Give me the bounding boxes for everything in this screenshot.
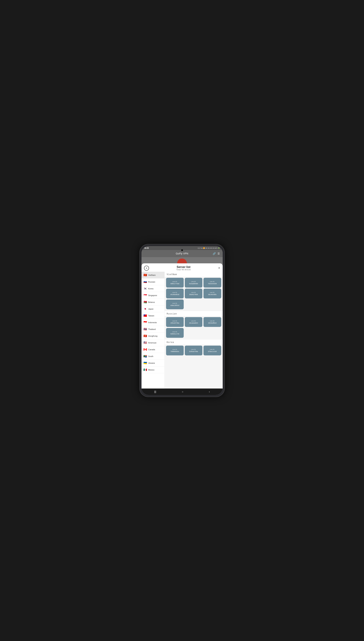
flag-indonesia: 🇮🇩 <box>143 321 147 324</box>
header-icons: 🔗 ☰ <box>213 252 220 255</box>
sidebar-item-japan[interactable]: 🇯🇵Japan <box>142 306 164 312</box>
modal-container: ⊕ Server list Total 96 Article × 🇻🇳VietN… <box>142 263 223 388</box>
sidebar-label-ukraine: Ukraine <box>148 362 155 364</box>
server-card-d7bec1cc5d[interactable]: Line ID:d7bec1cc5d <box>204 346 221 356</box>
modal-nav-icon[interactable]: ⊕ <box>144 266 149 271</box>
flag-thailand: 🇹🇭 <box>143 328 147 331</box>
server-card-2b03edf6c8[interactable]: Line ID:2b03edf6c8 <box>204 317 221 327</box>
server-card-5e3add94b5[interactable]: Line ID:5e3add94b5 <box>185 278 202 288</box>
sidebar-item-russian[interactable]: 🇷🇺Russian <box>142 278 164 285</box>
phone-frame: 18:25 8.17 k/s 📶 HD 4G HD 4G 82% 🔋 GoFly… <box>139 244 225 397</box>
server-card-5285a5758e[interactable]: Line ID:5285a5758e <box>185 346 202 356</box>
sidebar-item-belarus[interactable]: 🇧🇾Belarus <box>142 299 164 306</box>
sidebar-label-russian: Russian <box>148 281 156 283</box>
server-grid-russian-section: Line ID:205ce5736aLine ID:46ca6add23Line… <box>165 316 223 340</box>
server-id: 205ce5736a <box>170 322 179 324</box>
server-id: 7003c94309 <box>208 282 217 285</box>
server-grid-korea-section: Line ID:7988b0b50cLine ID:5285a5758eLine… <box>165 344 223 357</box>
sidebar-item-singapore[interactable]: 🇸🇬Singapore <box>142 292 164 299</box>
sidebar-item-indonesia[interactable]: 🇮🇩Indonesia <box>142 319 164 326</box>
server-label: Line ID: <box>172 348 177 350</box>
server-label: Line ID: <box>191 292 196 294</box>
battery-icon: 82% 🔋 <box>215 247 220 249</box>
close-button[interactable]: × <box>218 266 220 270</box>
nav-bar: ||| ○ ‹ <box>142 388 223 395</box>
server-card-edae1d65cd[interactable]: Line ID:edae1d65cd <box>166 300 184 309</box>
server-id: d7bec1cc5d <box>208 350 217 353</box>
sidebar-label-hongkong: HongKong <box>148 335 158 337</box>
modal-title: Server list <box>176 266 191 269</box>
server-label: Line ID: <box>191 348 196 350</box>
server-label: Line ID: <box>210 320 215 322</box>
sidebar-label-taiwan: Taiwan <box>148 314 154 317</box>
modal-header: ⊕ Server list Total 96 Article × <box>142 263 223 272</box>
sidebar-label-thailand: Thailand <box>148 328 156 330</box>
server-card-7003c94309[interactable]: Line ID:7003c94309 <box>204 278 221 288</box>
sidebar-item-taiwan[interactable]: 🇹🇼Taiwan <box>142 312 164 319</box>
flag-taiwan: 🇹🇼 <box>143 314 147 317</box>
flag-mexico: 🇲🇽 <box>143 368 147 372</box>
sidebar-item-mexico[interactable]: 🇲🇽Mexico <box>142 366 164 373</box>
server-label: Line ID: <box>172 331 177 333</box>
section-header-russian-section: Russian <box>165 311 223 316</box>
server-card-e5c86e8b3d[interactable]: Line ID:e5c86e8b3d <box>166 289 184 298</box>
modal-content: 🇻🇳VietNam🇷🇺Russian🇰🇷Korea🇸🇬Singapore🇧🇾Be… <box>142 272 223 388</box>
server-id: 9d60177cbd <box>170 282 179 285</box>
app-header: GoFly VPN 🔗 ☰ <box>142 250 223 257</box>
server-id: e5c86e8b3d <box>170 294 179 296</box>
camera-notch <box>181 249 183 251</box>
server-card-5d94611726[interactable]: Line ID:5d94611726 <box>166 328 184 338</box>
server-card-99c48c9bfa[interactable]: Line ID:99c48c9bfa <box>204 289 221 298</box>
sidebar-item-american[interactable]: 🇺🇸American <box>142 339 164 346</box>
back-button[interactable]: ‹ <box>206 390 213 394</box>
sidebar-label-vietnam: VietNam <box>148 274 156 276</box>
server-id: 46ca6add23 <box>189 322 198 324</box>
status-time: 18:25 <box>144 247 149 249</box>
home-button[interactable]: ○ <box>179 390 186 394</box>
phone-screen: 18:25 8.17 k/s 📶 HD 4G HD 4G 82% 🔋 GoFly… <box>142 246 223 395</box>
sidebar-label-mexico: Mexico <box>148 369 154 371</box>
section-header-vietnam-section: VietNam <box>165 272 223 277</box>
status-icons: 8.17 k/s 📶 HD 4G HD 4G 82% 🔋 <box>198 247 220 249</box>
flag-russian: 🇷🇺 <box>143 280 147 284</box>
signal-icon: HD 4G <box>205 247 210 249</box>
sidebar-label-korea: Korea <box>148 288 154 290</box>
sidebar-label-south: South <box>148 355 154 357</box>
server-label: Line ID: <box>191 320 196 322</box>
server-label: Line ID: <box>172 292 177 294</box>
server-label: Line ID: <box>172 280 177 282</box>
server-grid-vietnam-section: Line ID:9d60177cbdLine ID:5e3add94b5Line… <box>165 277 223 311</box>
sidebar-item-korea[interactable]: 🇰🇷Korea <box>142 285 164 292</box>
flag-belarus: 🇧🇾 <box>143 300 147 304</box>
sidebar-item-hongkong[interactable]: 🇭🇰HongKong <box>142 332 164 339</box>
signal-icon2: HD 4G <box>210 247 214 249</box>
flag-ukraine: 🇺🇦 <box>143 361 147 365</box>
server-card-9d60177cbd[interactable]: Line ID:9d60177cbd <box>166 278 184 288</box>
sidebar-label-singapore: Singapore <box>148 294 157 296</box>
server-label: Line ID: <box>210 292 215 294</box>
sidebar-label-belarus: Belarus <box>148 301 155 303</box>
server-card-7988b0b50c[interactable]: Line ID:7988b0b50c <box>166 346 184 356</box>
server-card-46ca6add23[interactable]: Line ID:46ca6add23 <box>185 317 202 327</box>
main-content: VietNamLine ID:9d60177cbdLine ID:5e3add9… <box>165 272 223 388</box>
sidebar-item-canada[interactable]: 🇨🇦Canada <box>142 346 164 353</box>
sidebar-item-ukraine[interactable]: 🇺🇦Ukraine <box>142 360 164 366</box>
server-id: 2b03edf6c8 <box>208 322 216 324</box>
flag-hongkong: 🇭🇰 <box>143 334 147 338</box>
menu-icon[interactable]: ☰ <box>218 252 220 255</box>
sidebar-item-thailand[interactable]: 🇹🇭Thailand <box>142 326 164 332</box>
server-id: 99c48c9bfa <box>208 294 216 296</box>
server-card-bfa9027808[interactable]: Line ID:bfa9027808 <box>185 289 202 298</box>
sidebar-label-canada: Canada <box>148 348 155 350</box>
server-card-205ce5736a[interactable]: Line ID:205ce5736a <box>166 317 184 327</box>
recent-apps-button[interactable]: ||| <box>151 390 159 394</box>
server-label: Line ID: <box>172 302 177 304</box>
sidebar-item-south[interactable]: 🇿🇦South <box>142 353 164 360</box>
link-icon[interactable]: 🔗 <box>213 252 216 255</box>
flag-singapore: 🇸🇬 <box>143 294 147 297</box>
server-id: 5285a5758e <box>189 350 198 353</box>
flag-vietnam: 🇻🇳 <box>143 273 147 277</box>
app-title: GoFly VPN <box>152 252 213 255</box>
server-id: 5e3add94b5 <box>189 282 198 285</box>
sidebar-item-vietnam[interactable]: 🇻🇳VietNam <box>142 272 164 278</box>
